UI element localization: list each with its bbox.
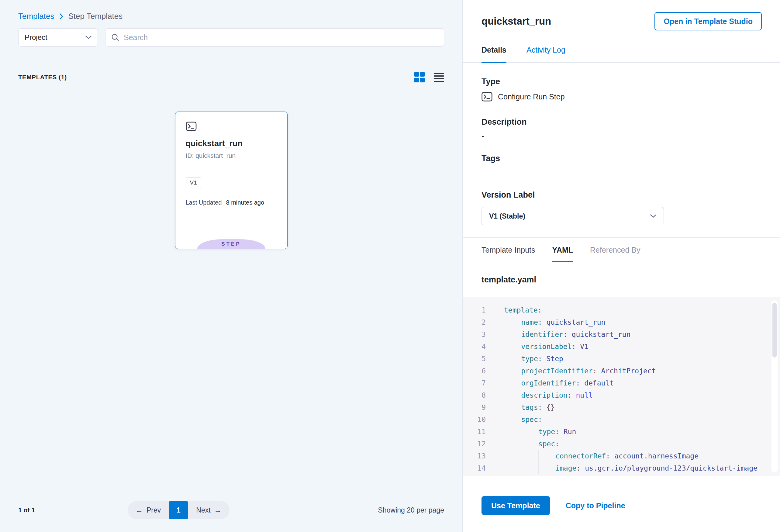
use-template-button[interactable]: Use Template [482, 496, 550, 515]
template-details-panel: quickstart_run Open in Template Studio D… [462, 0, 780, 532]
subtab-template-inputs[interactable]: Template Inputs [482, 238, 535, 262]
line-number: 10 [462, 414, 486, 426]
description-label: Description [482, 117, 761, 127]
line-number: 12 [462, 438, 486, 450]
line-content: type: Step [504, 353, 563, 365]
search-box [105, 28, 444, 47]
details-actions: Use Template Copy to Pipeline [462, 476, 780, 515]
line-content: connectorRef: account.harnessImage [504, 450, 698, 462]
next-page-button[interactable]: Next → [188, 501, 229, 519]
yaml-line: 8 description: null [462, 389, 780, 401]
page-summary: 1 of 1 [18, 506, 35, 514]
arrow-left-icon: ← [136, 506, 143, 514]
version-badge: V1 [186, 177, 201, 188]
last-updated-label: Last Updated [186, 199, 222, 206]
yaml-line: 11 type: Run [462, 426, 780, 438]
details-title: quickstart_run [482, 15, 551, 27]
card-title: quickstart_run [186, 139, 277, 148]
pagination-footer: 1 of 1 ← Prev 1 Next → Showing 20 per pa… [18, 501, 444, 519]
grid-view-icon[interactable] [414, 72, 425, 82]
search-icon [111, 33, 119, 42]
yaml-line: 10 spec: [462, 414, 780, 426]
scrollbar-thumb[interactable] [772, 303, 777, 357]
yaml-subtabs: Template Inputs YAML Referenced By [462, 237, 780, 262]
line-number: 4 [462, 340, 486, 353]
description-value: - [482, 132, 761, 140]
run-step-icon [186, 122, 197, 131]
template-cards: quickstart_run ID: quickstart_run V1 Las… [18, 111, 444, 249]
yaml-line: 2 name: quickstart_run [462, 316, 780, 328]
page-1-button[interactable]: 1 [169, 501, 188, 519]
line-number: 8 [462, 389, 486, 401]
line-content: identifier: quickstart_run [504, 328, 630, 340]
card-id: ID: quickstart_run [186, 152, 277, 159]
line-content: projectIdentifier: ArchitProject [504, 365, 656, 377]
yaml-line: 14 image: us.gcr.io/playground-123/quick… [462, 462, 780, 474]
yaml-filename: template.yaml [462, 262, 780, 297]
per-page-summary: Showing 20 per page [378, 506, 444, 514]
card-divider [186, 168, 277, 168]
tags-value: - [482, 168, 761, 177]
line-number: 3 [462, 328, 486, 340]
breadcrumb-templates-link[interactable]: Templates [18, 11, 54, 21]
yaml-line: 7 orgIdentifier: default [462, 377, 780, 389]
line-number: 9 [462, 401, 486, 414]
pager: ← Prev 1 Next → [128, 501, 230, 519]
chevron-down-icon [650, 214, 656, 218]
type-value: Configure Run Step [498, 92, 565, 101]
open-in-template-studio-button[interactable]: Open in Template Studio [654, 12, 762, 31]
yaml-line: 4 versionLabel: V1 [462, 340, 780, 353]
yaml-code: 1template:2 name: quickstart_run3 identi… [462, 304, 780, 474]
line-number: 1 [462, 304, 486, 316]
version-dropdown-value: V1 (Stable) [489, 212, 525, 221]
scope-dropdown[interactable]: Project [18, 28, 98, 47]
line-content: name: quickstart_run [504, 316, 605, 328]
yaml-line: 9 tags: {} [462, 401, 780, 414]
version-dropdown[interactable]: V1 (Stable) [482, 207, 664, 225]
line-number: 6 [462, 365, 486, 377]
yaml-line: 13 connectorRef: account.harnessImage [462, 450, 780, 462]
details-body: Type Configure Run Step Description - Ta… [462, 63, 780, 225]
list-view-icon[interactable] [434, 72, 444, 82]
line-content: spec: [504, 438, 559, 450]
line-content: versionLabel: V1 [504, 340, 588, 353]
tab-details[interactable]: Details [482, 46, 506, 63]
line-number: 13 [462, 450, 486, 462]
step-type-ribbon: STEP [197, 239, 265, 249]
yaml-line: 1template: [462, 304, 780, 316]
search-input[interactable] [124, 33, 438, 42]
line-content: spec: [504, 414, 542, 426]
run-step-icon [482, 92, 492, 102]
templates-section-header: TEMPLATES (1) [18, 72, 444, 82]
line-number: 2 [462, 316, 486, 328]
tags-label: Tags [482, 154, 761, 163]
line-content: tags: {} [504, 401, 555, 414]
arrow-right-icon: → [214, 506, 222, 514]
scope-dropdown-value: Project [25, 33, 47, 42]
breadcrumb-current: Step Templates [68, 11, 123, 21]
next-label: Next [196, 506, 210, 514]
templates-count-label: TEMPLATES (1) [18, 74, 67, 81]
yaml-editor[interactable]: 1template:2 name: quickstart_run3 identi… [462, 297, 780, 476]
line-content: template: [504, 304, 542, 316]
yaml-line: 3 identifier: quickstart_run [462, 328, 780, 340]
subtab-referenced-by[interactable]: Referenced By [590, 238, 640, 262]
details-tabs: Details Activity Log [462, 31, 780, 63]
line-number: 5 [462, 353, 486, 365]
prev-page-button[interactable]: ← Prev [128, 501, 169, 519]
type-label: Type [482, 77, 761, 86]
line-number: 7 [462, 377, 486, 389]
prev-label: Prev [147, 506, 161, 514]
scrollbar-track [772, 300, 778, 472]
card-last-updated: Last Updated 8 minutes ago [186, 199, 277, 206]
line-number: 14 [462, 462, 486, 474]
copy-to-pipeline-link[interactable]: Copy to Pipeline [566, 501, 625, 510]
filter-bar: Project [18, 28, 444, 47]
subtab-yaml[interactable]: YAML [552, 238, 573, 262]
template-card-quickstart-run[interactable]: quickstart_run ID: quickstart_run V1 Las… [175, 111, 288, 249]
yaml-line: 12 spec: [462, 438, 780, 450]
yaml-line: 6 projectIdentifier: ArchitProject [462, 365, 780, 377]
chevron-right-icon [59, 13, 63, 19]
tab-activity-log[interactable]: Activity Log [527, 46, 566, 62]
yaml-line: 5 type: Step [462, 353, 780, 365]
